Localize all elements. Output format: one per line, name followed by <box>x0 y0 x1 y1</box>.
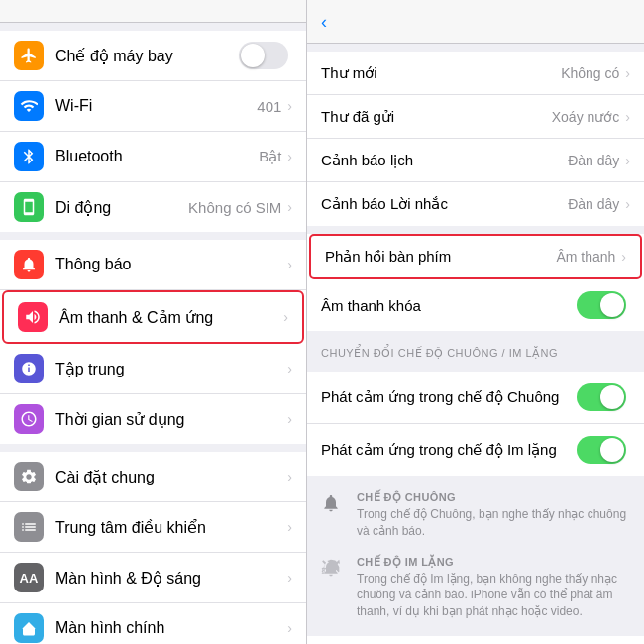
right-item-sent-mail[interactable]: Thư đã gửi Xoáy nước › <box>307 95 644 139</box>
chuong-modes: CHẾ ĐỘ CHUÔNGTrong chế độ Chuông, bạn ng… <box>307 483 644 628</box>
right-item-lock-sound[interactable]: Âm thanh khóa <box>307 279 644 331</box>
right-bottom-section: Cảm ứng hệ thốngPhát cảm ứng cho các tươ… <box>307 636 644 644</box>
bluetooth-chevron: › <box>287 149 292 164</box>
sound-icon <box>18 302 48 332</box>
new-mail-chevron: › <box>625 65 630 81</box>
silent-vibrate-toggle[interactable] <box>577 436 626 464</box>
left-item-display[interactable]: AAMàn hình & Độ sáng› <box>0 553 306 603</box>
chuong-section-header: CHUYỂN ĐỔI CHẾ ĐỘ CHUÔNG / IM LẶNG <box>307 339 644 364</box>
ring-vibrate-toggle[interactable] <box>577 383 626 411</box>
calendar-value: Đàn dây <box>568 153 619 168</box>
sound-chevron: › <box>283 309 288 325</box>
left-item-airplane[interactable]: Chế độ máy bay <box>0 31 306 81</box>
homescreen-icon <box>14 613 44 643</box>
bell-muted-icon <box>321 558 345 583</box>
focus-icon <box>14 354 44 383</box>
chuong-mode-title-0: CHẾ ĐỘ CHUÔNG <box>357 491 630 504</box>
controlcenter-chevron: › <box>287 519 292 535</box>
right-item-calendar[interactable]: Cảnh báo lịch Đàn dây › <box>307 139 644 182</box>
homescreen-chevron: › <box>287 620 292 636</box>
mobile-icon <box>14 192 44 222</box>
general-label: Cài đặt chung <box>55 468 287 486</box>
right-section-2: Phản hồi bàn phímÂm thanh›Âm thanh khóa <box>307 234 644 331</box>
lock-sound-toggle[interactable] <box>577 291 626 319</box>
bottom-item-system-haptics[interactable]: Cảm ứng hệ thốngPhát cảm ứng cho các tươ… <box>307 636 644 644</box>
right-item-silent-vibrate[interactable]: Phát cảm ứng trong chế độ Im lặng <box>307 424 644 476</box>
screentime-chevron: › <box>287 411 292 427</box>
left-panel: Chế độ máy bayWi-Fi401›BluetoothBật›Di đ… <box>0 0 307 644</box>
keyboard-chevron: › <box>621 249 626 265</box>
silent-vibrate-label: Phát cảm ứng trong chế độ Im lặng <box>321 441 577 459</box>
left-item-homescreen[interactable]: Màn hình chính› <box>0 603 306 644</box>
left-sections: Chế độ máy bayWi-Fi401›BluetoothBật›Di đ… <box>0 31 306 644</box>
new-mail-label: Thư mới <box>321 64 561 82</box>
notification-icon <box>14 250 44 279</box>
chuong-mode-text-0: CHẾ ĐỘ CHUÔNGTrong chế độ Chuông, bạn ng… <box>357 491 630 540</box>
general-chevron: › <box>287 469 292 484</box>
notification-chevron: › <box>287 257 292 272</box>
focus-label: Tập trung <box>55 360 287 378</box>
left-item-bluetooth[interactable]: BluetoothBật› <box>0 132 306 182</box>
chuong-mode-1: CHẾ ĐỘ IM LẶNGTrong chế độ Im lặng, bạn … <box>321 548 630 628</box>
left-item-focus[interactable]: Tập trung› <box>0 344 306 394</box>
airplane-icon <box>14 41 44 70</box>
ring-vibrate-label: Phát cảm ứng trong chế độ Chuông <box>321 388 577 406</box>
chuong-mode-text-1: CHẾ ĐỘ IM LẶNGTrong chế độ Im lặng, bạn … <box>357 556 630 620</box>
wifi-label: Wi-Fi <box>55 97 257 115</box>
chuong-mode-0: CHẾ ĐỘ CHUÔNGTrong chế độ Chuông, bạn ng… <box>321 483 630 548</box>
bluetooth-icon <box>14 142 44 171</box>
right-item-keyboard[interactable]: Phản hồi bàn phímÂm thanh› <box>309 234 642 279</box>
new-mail-value: Không có <box>561 65 619 81</box>
left-section-1: Thông báo›Âm thanh & Cảm ứng›Tập trung›T… <box>0 240 306 444</box>
right-item-ring-vibrate[interactable]: Phát cảm ứng trong chế độ Chuông <box>307 372 644 424</box>
homescreen-label: Màn hình chính <box>55 619 287 637</box>
right-panel: ‹ Thư mới Không có › Thư đã gửi Xoáy nướ… <box>307 0 644 644</box>
controlcenter-label: Trung tâm điều khiển <box>55 518 287 537</box>
bell-icon <box>321 493 345 518</box>
airplane-label: Chế độ máy bay <box>55 47 239 65</box>
left-item-general[interactable]: Cài đặt chung› <box>0 452 306 502</box>
sent-mail-value: Xoáy nước <box>552 109 620 125</box>
chuong-mode-desc-1: Trong chế độ Im lặng, bạn không nghe thấ… <box>357 571 630 620</box>
screentime-icon <box>14 404 44 434</box>
right-content: Thư mới Không có › Thư đã gửi Xoáy nước … <box>307 52 644 644</box>
focus-chevron: › <box>287 361 292 376</box>
left-section-2: Cài đặt chung›Trung tâm điều khiển›AAMàn… <box>0 452 306 644</box>
calendar-label: Cảnh báo lịch <box>321 152 568 169</box>
notification-label: Thông báo <box>55 256 287 273</box>
mobile-value: Không có SIM <box>188 199 281 216</box>
left-item-wifi[interactable]: Wi-Fi401› <box>0 81 306 132</box>
display-icon: AA <box>14 563 44 592</box>
reminder-label: Cảnh báo Lời nhắc <box>321 195 568 213</box>
screentime-label: Thời gian sử dụng <box>55 410 287 429</box>
sent-mail-chevron: › <box>625 109 630 125</box>
sound-label: Âm thanh & Cảm ứng <box>59 308 283 327</box>
airplane-toggle[interactable] <box>239 42 288 69</box>
keyboard-value: Âm thanh <box>556 249 615 265</box>
left-item-mobile[interactable]: Di độngKhông có SIM› <box>0 182 306 232</box>
back-chevron-icon: ‹ <box>321 12 327 33</box>
left-section-0: Chế độ máy bayWi-Fi401›BluetoothBật›Di đ… <box>0 31 306 232</box>
back-button[interactable]: ‹ <box>321 12 329 33</box>
right-item-reminder[interactable]: Cảnh báo Lời nhắc Đàn dây › <box>307 182 644 226</box>
display-chevron: › <box>287 570 292 586</box>
keyboard-label: Phản hồi bàn phím <box>325 248 556 266</box>
mobile-chevron: › <box>287 199 292 215</box>
lock-sound-label: Âm thanh khóa <box>321 297 577 314</box>
left-item-controlcenter[interactable]: Trung tâm điều khiển› <box>0 502 306 553</box>
mobile-label: Di động <box>55 198 188 217</box>
bluetooth-label: Bluetooth <box>55 148 259 165</box>
wifi-value: 401 <box>257 98 281 115</box>
display-label: Màn hình & Độ sáng <box>55 569 287 588</box>
left-header <box>0 0 306 23</box>
right-item-new-mail[interactable]: Thư mới Không có › <box>307 52 644 95</box>
left-item-screentime[interactable]: Thời gian sử dụng› <box>0 394 306 444</box>
chuong-mode-desc-0: Trong chế độ Chuông, bạn nghe thấy nhạc … <box>357 506 630 540</box>
right-section-3: Phát cảm ứng trong chế độ ChuôngPhát cảm… <box>307 372 644 476</box>
right-section-1: Thư mới Không có › Thư đã gửi Xoáy nước … <box>307 52 644 226</box>
wifi-chevron: › <box>287 98 292 114</box>
controlcenter-icon <box>14 512 44 542</box>
reminder-value: Đàn dây <box>568 196 619 212</box>
left-item-sound[interactable]: Âm thanh & Cảm ứng› <box>2 290 304 344</box>
left-item-notification[interactable]: Thông báo› <box>0 240 306 290</box>
